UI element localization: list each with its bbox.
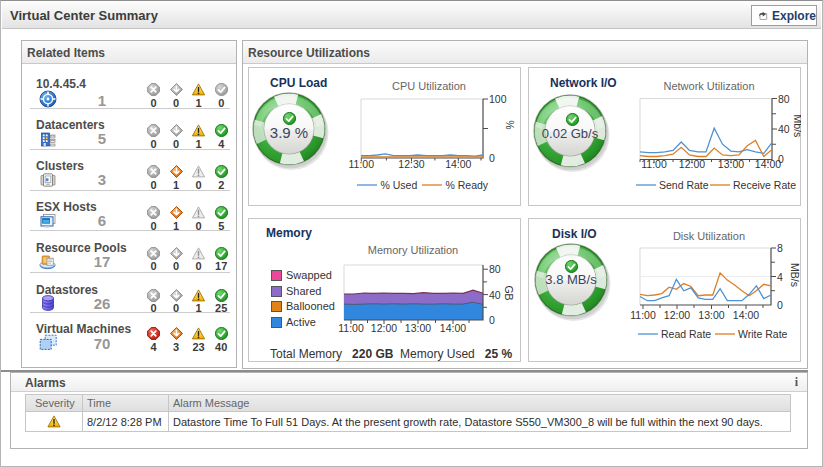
- svg-text:11:00: 11:00: [349, 158, 375, 170]
- svg-text:GB: GB: [503, 285, 514, 300]
- svg-text:Write Rate: Write Rate: [738, 328, 788, 340]
- svg-text:13:00: 13:00: [718, 158, 744, 170]
- svg-text:11:00: 11:00: [641, 158, 667, 170]
- svg-text:% Used: % Used: [381, 179, 418, 191]
- svg-text:100: 100: [489, 93, 507, 105]
- svg-text:13:00: 13:00: [698, 309, 724, 321]
- svg-text:40: 40: [778, 123, 790, 135]
- svg-text:Receive Rate: Receive Rate: [733, 179, 796, 191]
- svg-text:12:00: 12:00: [664, 309, 690, 321]
- svg-text:0: 0: [489, 152, 495, 164]
- svg-text:13:00: 13:00: [405, 322, 431, 334]
- svg-text:4: 4: [777, 271, 783, 283]
- svg-text:11:00: 11:00: [630, 309, 656, 321]
- svg-text:12:00: 12:00: [679, 158, 705, 170]
- svg-text:80: 80: [778, 93, 790, 105]
- svg-text:40: 40: [489, 289, 501, 301]
- svg-text:Send Rate: Send Rate: [659, 179, 709, 191]
- svg-text:MB/s: MB/s: [789, 263, 801, 287]
- svg-text:Read Rate: Read Rate: [661, 328, 711, 340]
- svg-text:%: %: [504, 120, 516, 129]
- svg-text:14:00: 14:00: [440, 322, 466, 334]
- svg-text:Mb/s: Mb/s: [792, 115, 801, 138]
- svg-text:11:00: 11:00: [338, 322, 364, 334]
- svg-text:14:00: 14:00: [445, 158, 471, 170]
- svg-text:14:00: 14:00: [733, 309, 759, 321]
- svg-text:% Ready: % Ready: [446, 179, 489, 191]
- svg-text:8: 8: [777, 242, 783, 254]
- svg-text:0: 0: [777, 299, 783, 311]
- svg-text:12:30: 12:30: [398, 158, 424, 170]
- svg-text:80: 80: [489, 263, 501, 275]
- svg-text:0: 0: [489, 314, 495, 326]
- svg-text:12:00: 12:00: [371, 322, 397, 334]
- svg-text:14:00: 14:00: [755, 158, 781, 170]
